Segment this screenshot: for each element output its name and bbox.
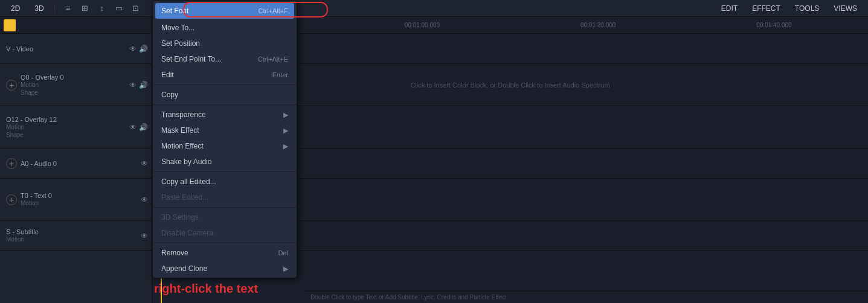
- cm-remove-shortcut: Del: [278, 249, 288, 257]
- cm-set-end-point[interactable]: Set End Point To... Ctrl+Alt+E: [153, 51, 297, 67]
- track-name-audio0: A0 - Audio 0: [21, 160, 138, 167]
- cm-shake-by-audio-label: Shake by Audio: [161, 158, 211, 166]
- cm-append-clone-arrow: ▶: [283, 265, 288, 273]
- track-sub-text0: Motion: [21, 199, 138, 207]
- cm-copy-label: Copy: [161, 91, 178, 99]
- track-row-overlay12: O12 - Overlay 12 MotionShape 👁 🔊: [0, 106, 152, 148]
- cm-disable-camera-label: Disable Camera: [161, 229, 213, 237]
- menu-tools[interactable]: TOOLS: [789, 3, 825, 14]
- bottom-hint-text: Double Click to type Text or Add Subtitl…: [310, 294, 507, 301]
- track-sub-overlay0: MotionShape: [21, 81, 127, 97]
- track-row-video: V - Video 👁 🔊: [0, 34, 152, 64]
- cm-move-to[interactable]: Move To...: [153, 20, 297, 36]
- cm-separator-3: [153, 171, 297, 172]
- cm-append-clone-label: Append Clone: [161, 264, 207, 273]
- track-icons-subtitle: 👁: [141, 232, 148, 240]
- track-sub-subtitle: Motion: [6, 235, 138, 243]
- crop-icon[interactable]: ▭: [112, 2, 126, 15]
- eye-icon-video[interactable]: 👁: [129, 45, 137, 53]
- eye-icon-audio0[interactable]: 👁: [141, 159, 148, 168]
- mode-2d[interactable]: 2D: [5, 3, 26, 14]
- add-audio0-btn[interactable]: +: [6, 158, 17, 169]
- track-sub-overlay12: MotionShape: [6, 123, 127, 139]
- cm-transparence-arrow: ▶: [283, 111, 288, 119]
- speaker-icon-video[interactable]: 🔊: [139, 45, 148, 53]
- cm-edit-label: Edit: [161, 71, 174, 79]
- cm-copy-all-edited[interactable]: Copy all Edited...: [153, 174, 297, 190]
- cm-set-end-point-label: Set End Point To...: [161, 55, 221, 63]
- sort-icon[interactable]: ↕: [95, 2, 109, 15]
- cm-remove[interactable]: Remove Del: [153, 245, 297, 261]
- cm-remove-label: Remove: [161, 249, 188, 257]
- track-name-subtitle: S - Subtitle: [6, 228, 138, 235]
- cm-motion-effect-arrow: ▶: [283, 142, 288, 150]
- cm-set-font-label: Set Font: [161, 7, 188, 15]
- menu-views[interactable]: VIEWS: [828, 3, 863, 14]
- track-row-text0: + T0 - Text 0 Motion 👁: [0, 179, 152, 221]
- mode-3d[interactable]: 3D: [28, 3, 50, 14]
- cm-separator-1: [153, 85, 297, 85]
- eye-icon-overlay12[interactable]: 👁: [129, 123, 137, 132]
- cm-copy[interactable]: Copy: [153, 87, 297, 103]
- eye-icon-subtitle[interactable]: 👁: [141, 232, 148, 240]
- cm-mask-effect-label: Mask Effect: [161, 126, 199, 135]
- cm-move-to-label: Move To...: [161, 24, 194, 32]
- add-text0-btn[interactable]: +: [6, 194, 17, 205]
- track-label-audio0: A0 - Audio 0: [21, 160, 138, 167]
- cm-copy-all-edited-label: Copy all Edited...: [161, 177, 216, 186]
- cm-edit[interactable]: Edit Enter: [153, 67, 297, 83]
- cm-edit-shortcut: Enter: [272, 71, 288, 78]
- cm-3d-settings-label: 3D Settings: [161, 213, 199, 222]
- track-label-subtitle: S - Subtitle Motion: [6, 228, 138, 243]
- track-row-audio0: + A0 - Audio 0 👁: [0, 148, 152, 179]
- track-label-overlay0: O0 - Overlay 0 MotionShape: [21, 74, 127, 97]
- add-overlay0-btn[interactable]: +: [6, 80, 17, 91]
- speaker-icon-overlay0[interactable]: 🔊: [139, 81, 148, 89]
- menu-bar: 2D 3D ≡ ⊞ ↕ ▭ ⊡ EDIT EFFECT TOOLS VIEWS: [0, 0, 868, 17]
- track-label-video: V - Video: [6, 45, 127, 53]
- cm-separator-5: [153, 243, 297, 243]
- separator-1: [54, 3, 55, 14]
- cm-set-position[interactable]: Set Position: [153, 36, 297, 51]
- grid-icon[interactable]: ⊞: [79, 2, 92, 15]
- ruler-mark-3: 00:01:20.000: [580, 22, 616, 28]
- cm-shake-by-audio[interactable]: Shake by Audio: [153, 154, 297, 170]
- menu-edit[interactable]: EDIT: [715, 3, 744, 14]
- cm-append-clone[interactable]: Append Clone ▶: [153, 261, 297, 276]
- track-name-video: V - Video: [6, 45, 127, 53]
- cm-transparence-label: Transparence: [161, 110, 206, 119]
- cm-separator-2: [153, 104, 297, 105]
- cm-set-font-shortcut: Ctrl+Alt+F: [258, 7, 288, 14]
- cm-separator-4: [153, 207, 297, 208]
- track-icons-audio0: 👁: [141, 159, 148, 168]
- track-label-text0: T0 - Text 0 Motion: [21, 192, 138, 207]
- list-icon[interactable]: ≡: [62, 2, 75, 15]
- context-menu[interactable]: Set Font Ctrl+Alt+F Move To... Set Posit…: [152, 0, 297, 278]
- toolbar-icons: ≡ ⊞ ↕ ▭ ⊡: [62, 2, 143, 15]
- cm-set-end-point-shortcut: Ctrl+Alt+E: [258, 56, 288, 63]
- menu-effect[interactable]: EFFECT: [746, 3, 786, 14]
- track-icons-text0: 👁: [141, 196, 148, 204]
- cm-motion-effect[interactable]: Motion Effect ▶: [153, 138, 297, 154]
- cm-mask-effect[interactable]: Mask Effect ▶: [153, 123, 297, 138]
- cm-3d-settings: 3D Settings: [153, 209, 297, 225]
- cm-disable-camera: Disable Camera: [153, 225, 297, 241]
- track-row-subtitle: S - Subtitle Motion 👁: [0, 221, 152, 251]
- eye-icon-overlay0[interactable]: 👁: [129, 81, 137, 89]
- bottom-hint: Double Click to type Text or Add Subtitl…: [304, 291, 868, 303]
- cm-mask-effect-arrow: ▶: [283, 127, 288, 135]
- eye-icon-text0[interactable]: 👁: [141, 196, 148, 204]
- track-icons-video: 👁 🔊: [129, 45, 148, 53]
- cm-transparence[interactable]: Transparence ▶: [153, 107, 297, 123]
- track-name-overlay12: O12 - Overlay 12: [6, 116, 127, 123]
- cm-motion-effect-label: Motion Effect: [161, 142, 204, 150]
- frame-icon[interactable]: ⊡: [129, 2, 143, 15]
- cm-set-font[interactable]: Set Font Ctrl+Alt+F: [155, 3, 294, 19]
- track-label-overlay12: O12 - Overlay 12 MotionShape: [6, 116, 127, 139]
- cm-paste-edited-label: Paste Edited...: [161, 193, 208, 202]
- playhead-marker: [4, 19, 16, 31]
- cm-set-position-label: Set Position: [161, 39, 200, 48]
- speaker-icon-overlay12[interactable]: 🔊: [139, 123, 148, 132]
- cm-paste-edited: Paste Edited...: [153, 190, 297, 205]
- ruler-mark-2: 00:01:00.000: [405, 22, 440, 28]
